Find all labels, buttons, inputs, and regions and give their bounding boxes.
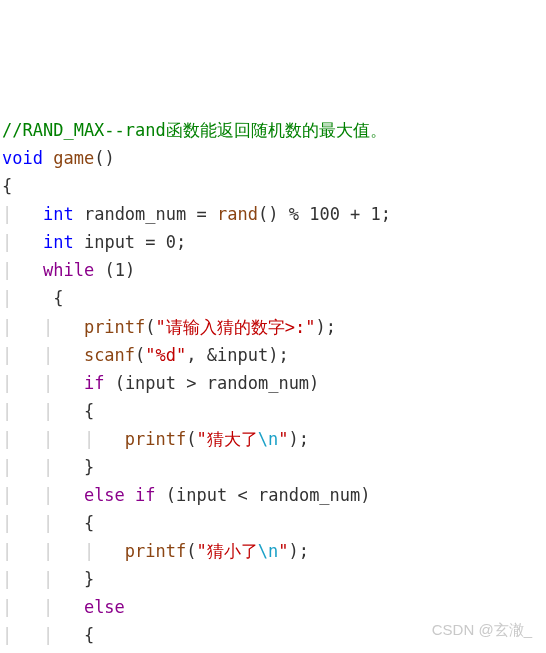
function-printf: printf (125, 541, 186, 561)
brace-open: { (2, 176, 12, 196)
paren-close: ) (316, 317, 326, 337)
string-quote: " (278, 429, 288, 449)
keyword-int: int (43, 204, 74, 224)
brace-open: { (84, 513, 94, 533)
function-printf: printf (84, 317, 145, 337)
function-scanf: scanf (84, 345, 135, 365)
paren-open: ( (104, 260, 114, 280)
code-block: //RAND_MAX--rand函数能返回随机数的最大值。 void game(… (2, 116, 544, 653)
code-line: | | printf("请输入猜的数字>:"); (2, 317, 336, 337)
cond-lt: input < random_num (176, 485, 360, 505)
paren-open: ( (258, 204, 268, 224)
code-line: | | { (2, 513, 94, 533)
code-line: | int input = 0; (2, 232, 186, 252)
paren-open: ( (186, 541, 196, 561)
keyword-if: if (84, 373, 104, 393)
num-one: 1 (115, 260, 125, 280)
code-line: | | { (2, 401, 94, 421)
paren-open: ( (115, 373, 125, 393)
code-line: | | if (input > random_num) (2, 373, 319, 393)
semi: ; (299, 429, 309, 449)
code-line: | | } (2, 457, 94, 477)
string-quote: " (278, 541, 288, 561)
brace-open: { (84, 625, 94, 645)
semi: ; (326, 317, 336, 337)
arg-input: , &input (186, 345, 268, 365)
string-fmt: "%d" (145, 345, 186, 365)
eq: = (186, 204, 217, 224)
brace-open: { (84, 401, 94, 421)
escape-n: \n (258, 541, 278, 561)
keyword-while: while (43, 260, 94, 280)
code-line: | | else (2, 597, 125, 617)
expr-mod: % 100 + 1; (278, 204, 391, 224)
code-line: | | else if (input < random_num) (2, 485, 371, 505)
code-line: //RAND_MAX--rand函数能返回随机数的最大值。 (2, 120, 387, 140)
paren-close: ) (360, 485, 370, 505)
semi: ; (278, 345, 288, 365)
semi: ; (299, 541, 309, 561)
paren-open: ( (186, 429, 196, 449)
paren-close: ) (268, 204, 278, 224)
code-line: | int random_num = rand() % 100 + 1; (2, 204, 391, 224)
paren-open: ( (166, 485, 176, 505)
keyword-if: if (135, 485, 155, 505)
paren-open: ( (145, 317, 155, 337)
var-input: input (84, 232, 135, 252)
code-line: void game() (2, 148, 115, 168)
paren-open: ( (94, 148, 104, 168)
function-printf: printf (125, 429, 186, 449)
keyword-else: else (84, 597, 125, 617)
string-big: "猜大了 (197, 429, 258, 449)
code-line: | while (1) (2, 260, 135, 280)
brace-open: { (53, 288, 63, 308)
watermark: CSDN @玄澈_ (432, 618, 532, 643)
paren-close: ) (125, 260, 135, 280)
code-line: | | scanf("%d", &input); (2, 345, 289, 365)
string-small: "猜小了 (197, 541, 258, 561)
code-line: | | { (2, 625, 94, 645)
paren-close: ) (268, 345, 278, 365)
cond-gt: input > random_num (125, 373, 309, 393)
paren-close: ) (288, 429, 298, 449)
keyword-int: int (43, 232, 74, 252)
keyword-void: void (2, 148, 43, 168)
comment: //RAND_MAX--rand函数能返回随机数的最大值。 (2, 120, 387, 140)
paren-close: ) (104, 148, 114, 168)
code-line: | | } (2, 569, 94, 589)
code-line: { (2, 176, 12, 196)
code-line: | | | printf("猜大了\n"); (2, 429, 309, 449)
brace-close: } (84, 457, 94, 477)
string-prompt: "请输入猜的数字>:" (156, 317, 316, 337)
function-name: game (53, 148, 94, 168)
expr-zero: = 0; (135, 232, 186, 252)
code-line: | | | printf("猜小了\n"); (2, 541, 309, 561)
keyword-else: else (84, 485, 125, 505)
paren-open: ( (135, 345, 145, 365)
escape-n: \n (258, 429, 278, 449)
function-rand: rand (217, 204, 258, 224)
brace-close: } (84, 569, 94, 589)
var-random-num: random_num (84, 204, 186, 224)
paren-close: ) (309, 373, 319, 393)
paren-close: ) (288, 541, 298, 561)
code-line: | { (2, 288, 63, 308)
